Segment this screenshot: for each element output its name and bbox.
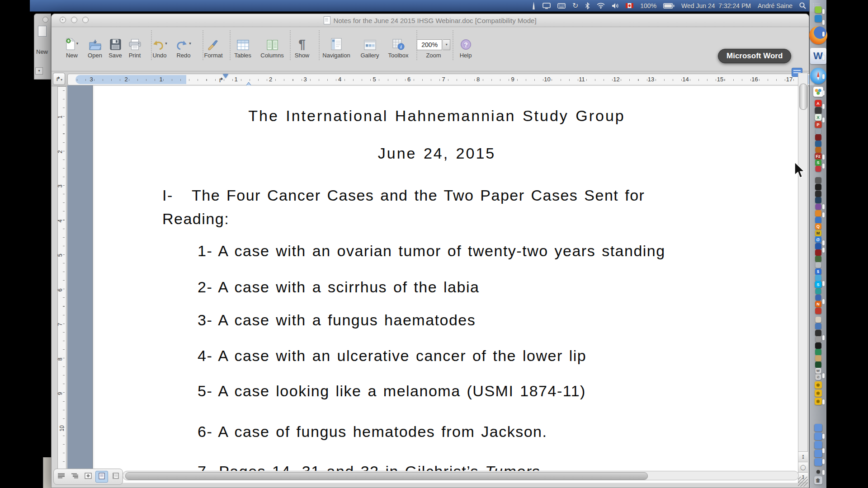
view-print-layout-button[interactable] — [95, 471, 108, 483]
dock-folder[interactable] — [814, 424, 822, 432]
dock-icon-app[interactable] — [815, 141, 821, 147]
dock-icon-app[interactable] — [815, 317, 821, 323]
window-resize-grip[interactable] — [798, 477, 808, 487]
format-button[interactable]: Format — [197, 28, 230, 59]
dock-icon-app[interactable] — [815, 177, 821, 183]
dock-icon-app[interactable] — [815, 15, 822, 22]
dock-running-indicator — [822, 204, 825, 209]
first-line-indent-marker[interactable] — [223, 74, 228, 78]
dock-icon-app[interactable] — [815, 166, 821, 172]
redo-button[interactable]: ▾ Redo — [167, 28, 200, 59]
menubar-clock[interactable]: Wed Jun 24 7:32:24 PM — [681, 2, 751, 9]
dock-icon-app[interactable]: Q — [815, 223, 821, 230]
zoom-level-combo[interactable]: 200% — [417, 39, 442, 50]
dock-icon-app[interactable] — [815, 210, 821, 216]
browse-object-button[interactable]: ◯ — [798, 462, 808, 472]
dock-icon-acrobat[interactable]: A — [815, 100, 821, 107]
dock-icon-app[interactable] — [815, 262, 821, 268]
back-window-button[interactable] — [42, 17, 48, 23]
display-icon[interactable] — [542, 3, 551, 9]
zoom-button[interactable]: 200%▾ Zoom — [417, 28, 450, 59]
dock-icon-app[interactable]: ⊘ — [815, 374, 821, 380]
battery-percent[interactable]: 100% — [640, 2, 656, 9]
dock-icon-app[interactable]: $ — [815, 268, 821, 275]
horizontal-ruler[interactable]: 3211234567891011121314151617 — [67, 74, 815, 85]
dock-icon-app[interactable] — [815, 355, 821, 361]
dock-icon-app[interactable] — [815, 184, 821, 190]
bluetooth-icon[interactable] — [585, 2, 590, 9]
dock-icon-app[interactable] — [815, 191, 821, 197]
document-page[interactable]: The International Hahnemannian Study Gro… — [92, 85, 799, 483]
volume-icon[interactable] — [612, 3, 619, 9]
dock-icon-app[interactable] — [815, 288, 821, 294]
view-notebook-button[interactable] — [109, 471, 122, 483]
horizontal-scrollbar[interactable] — [123, 471, 799, 480]
dock-icon-app[interactable] — [815, 361, 821, 368]
vertical-scrollbar[interactable]: ▲▲ ◯ ▼▼ — [798, 73, 808, 483]
dock-folder[interactable] — [814, 450, 822, 457]
dock-trash[interactable]: 🗑 — [814, 476, 822, 484]
toolbox-button[interactable]: i Toolbox — [382, 28, 415, 59]
dock-icon-app[interactable]: N — [815, 301, 821, 307]
view-outline-button[interactable] — [68, 471, 81, 483]
dock-icon-app[interactable] — [815, 330, 821, 336]
tab-type-selector[interactable]: ↱▾ — [53, 73, 65, 85]
dock-icon-skype[interactable]: S — [815, 281, 821, 288]
dock-icon-app[interactable]: P — [815, 121, 821, 128]
dock-icon-app[interactable]: ✽ — [815, 389, 822, 397]
menubar-user[interactable]: André Saine — [758, 2, 793, 9]
columns-button[interactable]: Columns — [255, 28, 289, 59]
dock-icon-app[interactable]: M — [815, 230, 821, 236]
dock-icon-app[interactable] — [815, 343, 821, 349]
dock-icon-app[interactable] — [815, 6, 821, 13]
wifi-icon[interactable] — [597, 3, 605, 9]
dock-icon-app[interactable] — [815, 323, 821, 329]
keyboard-icon[interactable] — [557, 3, 566, 9]
dock-icon-app[interactable] — [815, 295, 821, 300]
horizontal-scroll-thumb[interactable] — [125, 472, 648, 480]
dock-icon-app[interactable]: S — [815, 160, 821, 166]
title-bar[interactable]: Notes for the June 24 2015 IHSG Webinar.… — [52, 14, 809, 27]
dock-icon-app[interactable] — [815, 349, 821, 355]
sync-icon[interactable]: ↻ — [572, 1, 578, 10]
dropdown-caret-icon[interactable]: ▾ — [189, 41, 191, 46]
status-obelisk-icon[interactable] — [532, 2, 536, 9]
dock-icon-photos[interactable] — [813, 87, 823, 97]
dock-icon-excel[interactable]: X — [815, 114, 821, 121]
dock-icon-app[interactable] — [815, 243, 821, 249]
view-draft-button[interactable] — [55, 471, 67, 483]
dock-icon-app[interactable]: @ — [815, 236, 821, 243]
dock-icon-app[interactable] — [816, 470, 820, 474]
dock-icon-app[interactable] — [815, 107, 821, 114]
dock-icon-app[interactable] — [815, 217, 821, 223]
dock-folder[interactable] — [814, 432, 822, 440]
dock-icon-app[interactable] — [815, 134, 821, 141]
navigation-button[interactable]: Navigation — [320, 28, 353, 59]
dock-folder[interactable] — [814, 441, 822, 449]
dock-icon-app[interactable] — [815, 147, 821, 153]
vertical-scroll-thumb[interactable] — [799, 84, 807, 110]
dock-icon-app[interactable] — [815, 197, 821, 203]
dock-icon-app[interactable]: ✽ — [815, 398, 822, 405]
dock-icon-app[interactable] — [815, 308, 821, 314]
help-button[interactable]: ? Help — [449, 28, 482, 59]
dock-icon-app[interactable] — [815, 128, 821, 134]
spotlight-icon[interactable] — [799, 2, 806, 9]
dock-icon-app[interactable] — [815, 256, 821, 262]
dock-icon-app[interactable] — [815, 336, 821, 342]
dock-icon-app[interactable]: ✽ — [815, 381, 822, 389]
vertical-ruler[interactable]: 12345678910 — [57, 86, 66, 483]
view-publishing-button[interactable] — [82, 471, 94, 483]
background-window[interactable]: New ▾ — [34, 14, 51, 80]
dock-icon-app[interactable] — [815, 249, 821, 256]
back-window-dropdown[interactable]: ▾ — [35, 67, 43, 75]
battery-icon[interactable] — [663, 3, 675, 9]
dock-icon-app[interactable]: W — [815, 368, 821, 374]
tables-button[interactable]: Tables — [226, 28, 259, 59]
previous-page-button[interactable]: ▲▲ — [798, 451, 808, 462]
flag-canada-icon[interactable] — [626, 3, 633, 8]
dock-icon-app[interactable] — [815, 204, 821, 210]
dock-icon-app[interactable] — [815, 275, 821, 281]
dock-folder[interactable] — [814, 458, 822, 466]
dock-icon-filezilla[interactable]: Fz — [815, 153, 821, 160]
